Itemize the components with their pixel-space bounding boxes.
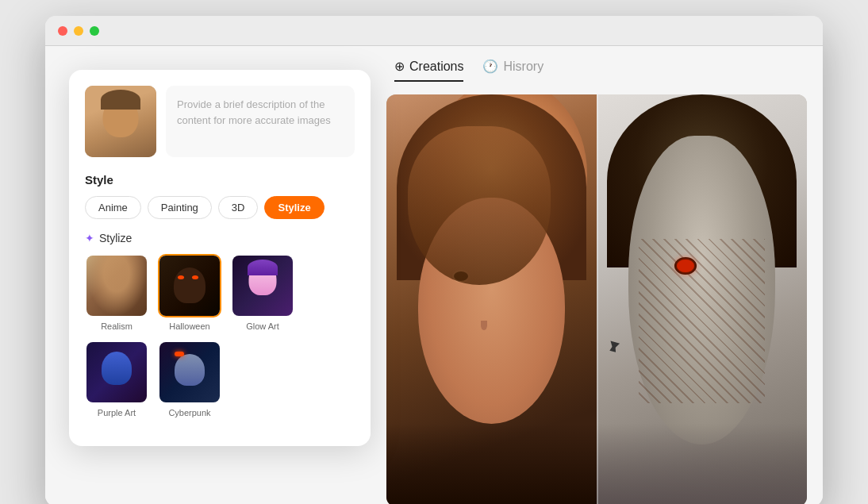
style-item-halloween[interactable]: Halloween <box>158 254 221 331</box>
style-btn-3d[interactable]: 3D <box>218 196 259 219</box>
tab-creations-label: Creations <box>409 60 463 74</box>
face-left <box>386 94 597 504</box>
style-title: Style <box>85 173 355 187</box>
description-placeholder: Provide a brief description of the conte… <box>177 97 344 128</box>
collar-left <box>386 424 597 504</box>
eye-right <box>677 260 694 272</box>
style-thumb-purpleart <box>85 340 148 404</box>
purpleart-label: Purple Art <box>98 408 136 417</box>
creations-icon: ⊕ <box>394 59 405 74</box>
settings-panel: Provide a brief description of the conte… <box>69 70 371 446</box>
style-grid: Realism Halloween Glow Art <box>85 254 355 417</box>
maximize-button[interactable] <box>90 26 99 36</box>
style-item-purpleart[interactable]: Purple Art <box>85 340 148 417</box>
style-buttons: Anime Painting 3D Stylize <box>85 196 355 219</box>
style-thumb-glowart <box>231 254 294 317</box>
style-btn-painting[interactable]: Painting <box>148 196 212 219</box>
face-right <box>597 94 807 504</box>
realism-label: Realism <box>101 321 133 331</box>
halloween-thumbnail <box>159 256 220 316</box>
avatar-face <box>85 86 156 157</box>
style-item-cyberpunk[interactable]: Cyberpunk <box>158 340 221 417</box>
close-button[interactable] <box>58 26 67 36</box>
collar-right <box>597 424 807 504</box>
scars-right <box>639 239 765 404</box>
halloween-label: Halloween <box>169 321 209 331</box>
split-divider <box>597 94 598 504</box>
style-item-realism[interactable]: Realism <box>85 254 148 331</box>
tab-history[interactable]: 🕐 Hisrory <box>482 59 543 82</box>
stylize-label: Stylize <box>99 232 132 244</box>
eye-left <box>454 271 468 281</box>
style-thumb-cyberpunk <box>158 340 221 404</box>
purpleart-thumbnail <box>86 342 147 402</box>
villain-face-image <box>597 94 807 504</box>
style-item-glowart[interactable]: Glow Art <box>231 254 294 331</box>
normal-face-image <box>386 94 597 504</box>
sparkle-icon: ✦ <box>85 232 94 244</box>
style-thumb-halloween <box>158 254 221 317</box>
glowart-thumbnail <box>232 256 293 316</box>
avatar-preview[interactable] <box>85 86 156 157</box>
browser-window: Provide a brief description of the conte… <box>45 16 823 504</box>
cursor-icon <box>609 340 620 351</box>
glowart-label: Glow Art <box>246 321 279 331</box>
main-content: Provide a brief description of the conte… <box>45 46 823 504</box>
minimize-button[interactable] <box>74 26 83 36</box>
stylize-header: ✦ Stylize <box>85 232 355 244</box>
description-box[interactable]: Provide a brief description of the conte… <box>166 86 355 157</box>
tab-bar: ⊕ Creations 🕐 Hisrory <box>386 59 807 82</box>
skin-left <box>418 198 566 424</box>
tab-creations[interactable]: ⊕ Creations <box>394 59 463 82</box>
title-bar <box>45 16 823 46</box>
hair-left <box>397 94 586 280</box>
style-btn-anime[interactable]: Anime <box>85 196 141 219</box>
style-section: Style Anime Painting 3D Stylize ✦ Styliz… <box>85 173 355 417</box>
realism-thumbnail <box>86 256 147 316</box>
cyberpunk-label: Cyberpunk <box>168 408 210 417</box>
history-icon: 🕐 <box>482 59 498 74</box>
cyberpunk-thumbnail <box>159 342 220 402</box>
tab-history-label: Hisrory <box>503 60 543 74</box>
style-btn-stylize[interactable]: Stylize <box>264 196 324 219</box>
image-display <box>386 94 807 504</box>
style-thumb-realism <box>85 254 148 317</box>
upload-section: Provide a brief description of the conte… <box>85 86 355 157</box>
